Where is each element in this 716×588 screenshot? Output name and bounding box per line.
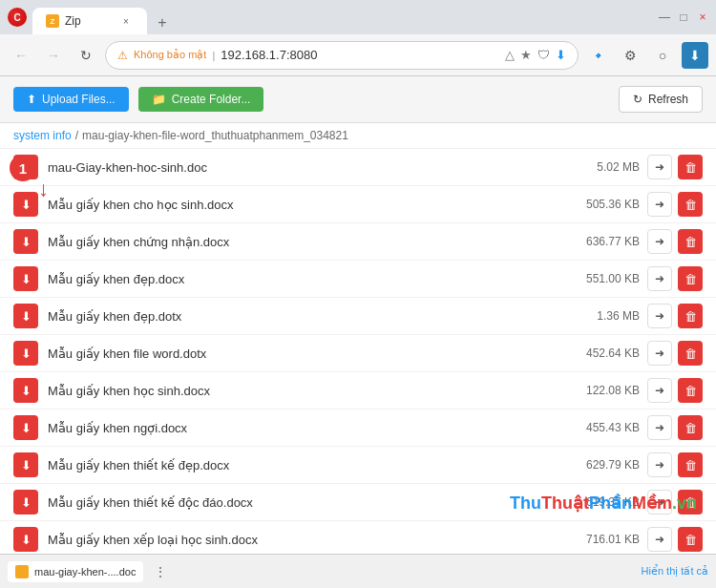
file-delete-btn[interactable]: 🗑 — [678, 341, 703, 366]
tab-zip-icon: Z — [46, 14, 59, 28]
new-tab-button[interactable]: + — [151, 11, 174, 34]
extensions-icon[interactable]: ⚙ — [617, 42, 643, 69]
file-size: 636.77 KB — [563, 235, 640, 248]
file-share-btn[interactable]: ➜ — [647, 266, 672, 291]
file-share-btn[interactable]: ➜ — [647, 452, 672, 477]
browser-toolbar-right: 🔹 ⚙ ○ ⬇ — [584, 42, 708, 69]
file-share-btn[interactable]: ➜ — [647, 155, 672, 179]
file-download-btn[interactable]: ⬇ — [13, 266, 38, 291]
file-name: Mẫu giấy khen đẹp.dotx — [48, 309, 563, 324]
tab-close-btn[interactable]: × — [118, 13, 134, 29]
browser-content: ⬆ Upload Files... 📁 Create Folder... ↻ R… — [0, 76, 716, 554]
file-row: ⬇ Mẫu giấy khen ngợi.docx 455.43 KB ➜ 🗑 — [0, 410, 716, 447]
file-download-btn[interactable]: ⬇ — [13, 229, 38, 254]
file-size: 551.00 KB — [563, 272, 640, 285]
back-button[interactable]: ← — [8, 42, 34, 69]
watermark-phan: Phần — [589, 493, 632, 514]
file-size: 452.64 KB — [563, 346, 640, 360]
file-row: ⬇ Mẫu giấy khen thiết kế đẹp.docx 629.79… — [0, 447, 716, 484]
file-name: Mẫu giấy khen ngợi.docx — [48, 421, 563, 435]
file-download-btn[interactable]: ⬇ — [13, 378, 38, 403]
file-delete-btn[interactable]: 🗑 — [678, 378, 703, 403]
watermark-thu: Thu — [510, 494, 541, 514]
upload-icon: ⬆ — [27, 93, 36, 106]
file-share-btn[interactable]: ➜ — [647, 192, 672, 217]
file-share-btn[interactable]: ➜ — [647, 304, 672, 328]
upload-label: Upload Files... — [42, 93, 116, 106]
file-delete-btn[interactable]: 🗑 — [678, 229, 703, 254]
close-btn[interactable]: × — [697, 11, 708, 23]
file-name: Mẫu giấy khen học sinh.docx — [48, 384, 563, 398]
shield-icon[interactable]: 🛡 — [537, 48, 550, 62]
breadcrumb-separator: / — [75, 129, 78, 142]
insecure-label: Không bảo mật — [134, 49, 206, 61]
download-tab-icon — [15, 565, 29, 578]
watermark-mem: Mềm — [632, 493, 672, 514]
refresh-button[interactable]: ↻ — [73, 42, 99, 69]
file-download-btn[interactable]: ⬇ — [13, 490, 38, 514]
show-all-btn[interactable]: Hiển thị tất cả — [642, 565, 708, 578]
file-row: ⬇ Mẫu giấy khen xếp loại học sinh.docx 7… — [0, 521, 716, 554]
bookmark-icon[interactable]: ★ — [520, 48, 532, 62]
browser-logo: C — [8, 8, 27, 27]
watermark-thuat: Thuật — [541, 493, 589, 514]
file-delete-btn[interactable]: 🗑 — [678, 452, 703, 477]
file-name: Mẫu giấy khen cho học sinh.docx — [48, 198, 563, 212]
file-share-btn[interactable]: ➜ — [647, 527, 672, 552]
file-delete-btn[interactable]: 🗑 — [678, 192, 703, 217]
active-tab[interactable]: Z Zip × — [32, 8, 147, 34]
file-share-btn[interactable]: ➜ — [647, 229, 672, 254]
file-size: 629.79 KB — [563, 458, 640, 472]
file-download-btn[interactable]: ⬇ — [13, 304, 38, 328]
file-delete-btn[interactable]: 🗑 — [678, 266, 703, 291]
file-size: 1.36 MB — [563, 309, 640, 323]
file-download-btn[interactable]: ⬇ — [13, 192, 38, 217]
refresh-button[interactable]: ↻ Refresh — [619, 86, 703, 113]
file-size: 455.43 KB — [563, 421, 640, 434]
profile-icon[interactable]: ○ — [649, 42, 676, 69]
breadcrumb: system info / mau-giay-khen-file-word_th… — [0, 123, 716, 149]
file-delete-btn[interactable]: 🗑 — [678, 415, 703, 440]
refresh-icon: ↻ — [633, 93, 642, 106]
file-delete-btn[interactable]: 🗑 — [678, 155, 703, 179]
file-delete-btn[interactable]: 🗑 — [678, 527, 703, 552]
download-tab[interactable]: mau-giay-khen-....doc — [8, 561, 143, 582]
url-separator: | — [212, 50, 215, 61]
file-share-btn[interactable]: ➜ — [647, 341, 672, 366]
url-text: 192.168.1.7:8080 — [221, 48, 499, 62]
breadcrumb-root[interactable]: system info — [13, 129, 72, 142]
upload-files-button[interactable]: ⬆ Upload Files... — [13, 87, 129, 112]
file-size: 505.36 KB — [563, 198, 640, 211]
file-name: Mẫu giấy khen xếp loại học sinh.docx — [48, 533, 563, 547]
file-download-btn[interactable]: ⬇ — [13, 415, 38, 440]
download-address-icon[interactable]: ⬇ — [556, 48, 566, 62]
file-download-btn[interactable]: ⬇ — [13, 527, 38, 552]
file-delete-btn[interactable]: 🗑 — [678, 304, 703, 328]
file-name: Mẫu giấy khen đẹp.docx — [48, 272, 563, 286]
file-row: ⬇ Mẫu giấy khen chứng nhận.docx 636.77 K… — [0, 223, 716, 261]
file-share-btn[interactable]: ➜ — [647, 378, 672, 403]
file-download-btn[interactable]: ⬇ — [13, 341, 38, 366]
forward-button[interactable]: → — [40, 42, 67, 69]
browser-window: C Z Zip × + — □ × ← → ↻ ⚠ Không bảo mật … — [0, 0, 716, 588]
address-bar: ← → ↻ ⚠ Không bảo mật | 192.168.1.7:8080… — [0, 34, 716, 76]
insecure-icon: ⚠ — [117, 49, 128, 62]
watermark: Thu Thuật Phần Mềm .vn — [510, 493, 697, 514]
minimize-btn[interactable]: — — [659, 11, 670, 23]
file-row: ⬇ Mẫu giấy khen file word.dotx 452.64 KB… — [0, 335, 716, 372]
download-icon[interactable]: ⬇ — [682, 42, 708, 69]
cast-icon[interactable]: △ — [505, 48, 515, 62]
file-name: Mẫu giấy khen chứng nhận.docx — [48, 235, 563, 249]
file-row: ⬇ Mẫu giấy khen đẹp.dotx 1.36 MB ➜ 🗑 — [0, 298, 716, 335]
address-field[interactable]: ⚠ Không bảo mật | 192.168.1.7:8080 △ ★ 🛡… — [105, 41, 579, 70]
more-downloads-btn[interactable]: ⋮ — [151, 562, 170, 581]
customize-icon[interactable]: 🔹 — [584, 42, 611, 69]
file-download-btn[interactable]: ⬇ — [13, 452, 38, 477]
file-size: 5.02 MB — [563, 160, 640, 174]
title-bar: C Z Zip × + — □ × — [0, 0, 716, 34]
create-folder-button[interactable]: 📁 Create Folder... — [138, 87, 264, 112]
file-name: Mẫu giấy khen thiết kế độc đáo.docx — [48, 495, 563, 510]
file-row: ⬇ Mẫu giấy khen học sinh.docx 122.08 KB … — [0, 372, 716, 410]
maximize-btn[interactable]: □ — [678, 11, 689, 23]
file-share-btn[interactable]: ➜ — [647, 415, 672, 440]
